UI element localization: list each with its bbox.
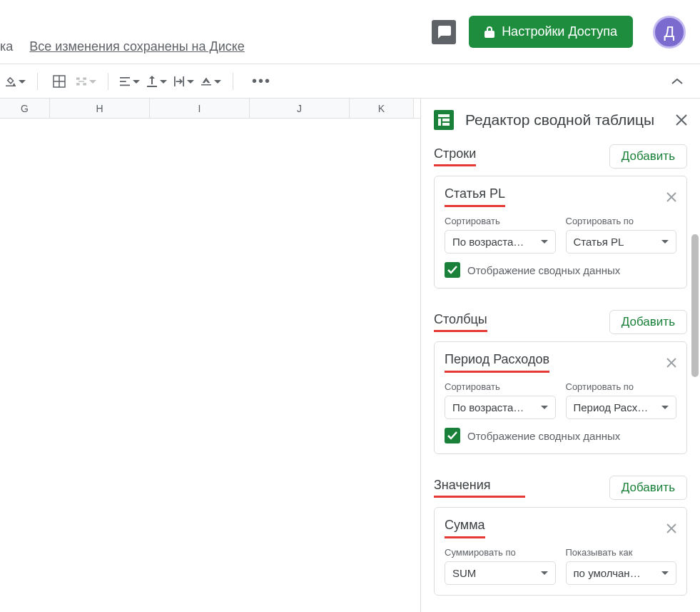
- rotate-tool[interactable]: [201, 71, 221, 91]
- comment-icon: [437, 26, 451, 39]
- value-field-title: Сумма: [445, 518, 485, 532]
- wrap-icon: [174, 76, 184, 87]
- merge-cells-tool[interactable]: [76, 71, 96, 91]
- separator: [233, 73, 233, 90]
- remove-column-field[interactable]: [666, 358, 676, 368]
- separator: [108, 73, 108, 90]
- valign-tool[interactable]: [147, 71, 167, 91]
- remove-row-field[interactable]: [666, 192, 676, 202]
- close-icon: [666, 523, 676, 533]
- add-rows-button[interactable]: Добавить: [609, 144, 687, 169]
- column-header[interactable]: H: [50, 99, 150, 118]
- avatar[interactable]: Д: [653, 16, 686, 49]
- show-totals-checkbox[interactable]: [445, 428, 460, 443]
- sort-order-select[interactable]: По возраста…: [445, 230, 556, 254]
- fill-color-tool[interactable]: [6, 71, 26, 91]
- sort-by-select[interactable]: Период Расх…: [566, 396, 677, 419]
- pivot-editor-panel: Редактор сводной таблицы Строки Добавить…: [420, 99, 700, 612]
- borders-tool[interactable]: [49, 71, 69, 91]
- sort-by-select[interactable]: Статья PL: [566, 230, 677, 254]
- chevron-up-icon: [671, 78, 683, 85]
- add-columns-button[interactable]: Добавить: [609, 310, 687, 334]
- close-panel-button[interactable]: [676, 114, 687, 126]
- sortby-label: Сортировать по: [566, 381, 677, 392]
- showas-select[interactable]: по умолчан…: [566, 561, 677, 585]
- share-button-label: Настройки Доступа: [502, 24, 617, 39]
- rotate-icon: [201, 76, 211, 86]
- title-fragment: ка: [0, 39, 13, 54]
- column-field-title: Период Расходов: [445, 352, 549, 366]
- section-columns-label: Столбцы: [434, 312, 487, 326]
- spreadsheet-grid[interactable]: G H I J K: [0, 99, 420, 612]
- section-rows-label: Строки: [434, 146, 476, 161]
- collapse-toolbar[interactable]: [671, 78, 683, 85]
- column-header[interactable]: G: [0, 99, 50, 118]
- merge-icon: [76, 76, 86, 86]
- more-tools[interactable]: •••: [252, 73, 271, 89]
- borders-icon: [53, 75, 66, 88]
- check-icon: [447, 431, 457, 440]
- close-icon: [666, 358, 676, 368]
- value-field-card: Сумма Суммировать по SUM Показывать как …: [434, 507, 687, 596]
- column-header[interactable]: I: [150, 99, 250, 118]
- wrap-tool[interactable]: [174, 71, 194, 91]
- valign-icon: [147, 76, 157, 87]
- separator: [37, 73, 38, 90]
- column-header[interactable]: J: [250, 99, 350, 118]
- panel-title: Редактор сводной таблицы: [465, 110, 664, 129]
- row-field-card: Статья PL Сортировать По возраста… Сорти…: [434, 176, 687, 289]
- sort-order-select[interactable]: По возраста…: [445, 396, 556, 419]
- close-icon: [666, 192, 676, 202]
- summarize-label: Суммировать по: [445, 547, 556, 558]
- remove-value-field[interactable]: [666, 523, 676, 533]
- paint-icon: [6, 75, 16, 88]
- align-icon: [120, 76, 130, 86]
- save-status-link[interactable]: Все изменения сохранены на Диске: [29, 39, 245, 54]
- lock-icon: [485, 26, 494, 38]
- section-values-label: Значения: [434, 478, 491, 492]
- toolbar: •••: [0, 64, 700, 99]
- show-totals-label: Отображение сводных данных: [467, 430, 620, 442]
- share-button[interactable]: Настройки Доступа: [469, 16, 633, 48]
- add-values-button[interactable]: Добавить: [609, 476, 687, 500]
- svg-rect-0: [6, 85, 16, 86]
- sort-label: Сортировать: [445, 381, 556, 392]
- column-field-card: Период Расходов Сортировать По возраста……: [434, 341, 687, 454]
- panel-scrollbar[interactable]: [691, 234, 699, 377]
- row-field-title: Статья PL: [445, 186, 505, 201]
- summarize-select[interactable]: SUM: [445, 561, 556, 585]
- avatar-letter: Д: [664, 23, 675, 41]
- show-totals-checkbox[interactable]: [445, 262, 460, 278]
- showas-label: Показывать как: [566, 547, 677, 558]
- check-icon: [447, 266, 457, 274]
- align-tool[interactable]: [120, 71, 140, 91]
- close-icon: [676, 114, 687, 126]
- column-header[interactable]: K: [350, 99, 414, 118]
- pivot-table-icon: [434, 110, 454, 130]
- sort-label: Сортировать: [445, 216, 556, 226]
- sortby-label: Сортировать по: [566, 216, 677, 226]
- show-totals-label: Отображение сводных данных: [467, 264, 620, 276]
- comments-button[interactable]: [432, 20, 456, 44]
